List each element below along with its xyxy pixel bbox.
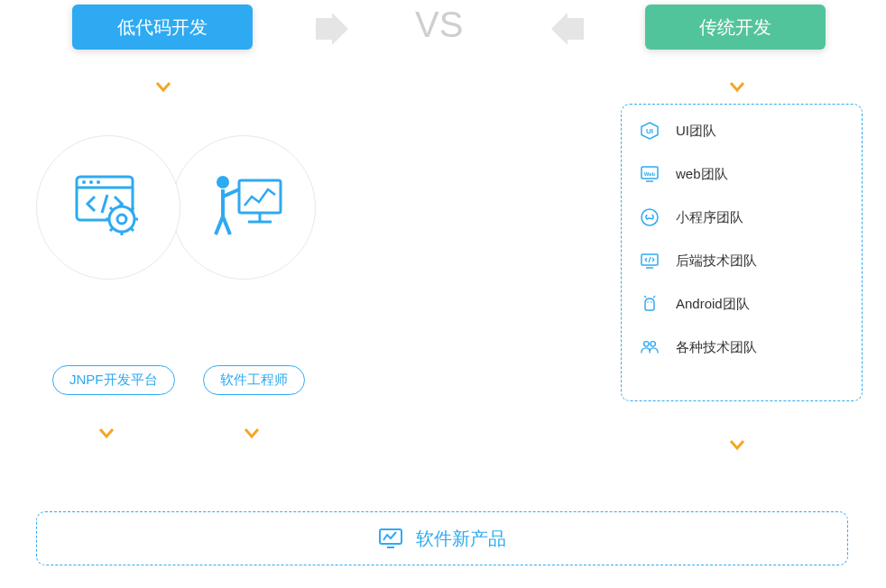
chevron-down-icon (98, 426, 115, 442)
svg-point-16 (641, 209, 658, 225)
result-label: 软件新产品 (416, 527, 506, 551)
svg-rect-25 (380, 529, 401, 544)
chevron-down-icon (155, 79, 171, 96)
miniprogram-icon (640, 207, 660, 227)
platform-circle (36, 135, 180, 280)
team-label: 后端技术团队 (676, 253, 757, 270)
engineer-circle (171, 135, 316, 280)
team-people-icon (640, 337, 660, 357)
presentation-icon (203, 171, 284, 243)
engineer-pill: 软件工程师 (203, 365, 305, 395)
team-row-backend: 后端技术团队 (640, 251, 844, 271)
team-label: 小程序团队 (676, 209, 743, 226)
team-row-ui: UI UI团队 (640, 121, 844, 141)
team-row-web: Web web团队 (640, 164, 844, 184)
team-label: UI团队 (676, 123, 716, 140)
vs-label: VS (415, 5, 463, 45)
svg-point-9 (109, 207, 134, 232)
svg-point-6 (82, 180, 86, 184)
android-icon (640, 294, 660, 314)
lowcode-badge: 低代码开发 (72, 5, 253, 50)
team-row-various: 各种技术团队 (640, 337, 844, 357)
arrow-right-icon (316, 13, 354, 45)
svg-point-23 (644, 342, 650, 347)
product-icon (378, 528, 403, 549)
chevron-down-icon (244, 426, 260, 442)
ui-icon: UI (640, 121, 660, 141)
engineer-pill-label: 软件工程师 (220, 372, 288, 387)
platform-pill-label: JNPF开发平台 (69, 372, 158, 387)
svg-line-19 (644, 296, 646, 298)
code-gear-icon (68, 170, 149, 246)
svg-point-21 (647, 301, 649, 303)
svg-text:Web: Web (644, 171, 656, 177)
lowcode-label: 低代码开发 (117, 15, 208, 40)
svg-line-20 (653, 296, 655, 298)
svg-point-22 (651, 301, 652, 303)
team-row-android: Android团队 (640, 294, 844, 314)
svg-point-7 (89, 180, 93, 184)
result-box: 软件新产品 (36, 511, 848, 565)
traditional-label: 传统开发 (699, 15, 771, 40)
web-icon: Web (640, 164, 660, 184)
arrow-left-icon (546, 13, 584, 45)
team-list-box: UI UI团队 Web web团队 小程序团队 后端技术团队 Android团队… (621, 104, 863, 401)
chevron-down-icon (729, 79, 745, 96)
svg-point-24 (651, 342, 656, 347)
chevron-down-icon (729, 437, 745, 454)
svg-point-8 (97, 180, 100, 184)
team-label: 各种技术团队 (676, 339, 757, 356)
team-row-mini: 小程序团队 (640, 207, 844, 227)
svg-text:UI: UI (646, 127, 653, 135)
team-label: Android团队 (676, 296, 750, 313)
svg-rect-1 (239, 180, 281, 213)
backend-icon (640, 251, 660, 271)
team-label: web团队 (676, 166, 728, 183)
svg-point-0 (217, 176, 229, 188)
traditional-badge: 传统开发 (645, 5, 826, 50)
platform-pill: JNPF开发平台 (52, 365, 175, 395)
